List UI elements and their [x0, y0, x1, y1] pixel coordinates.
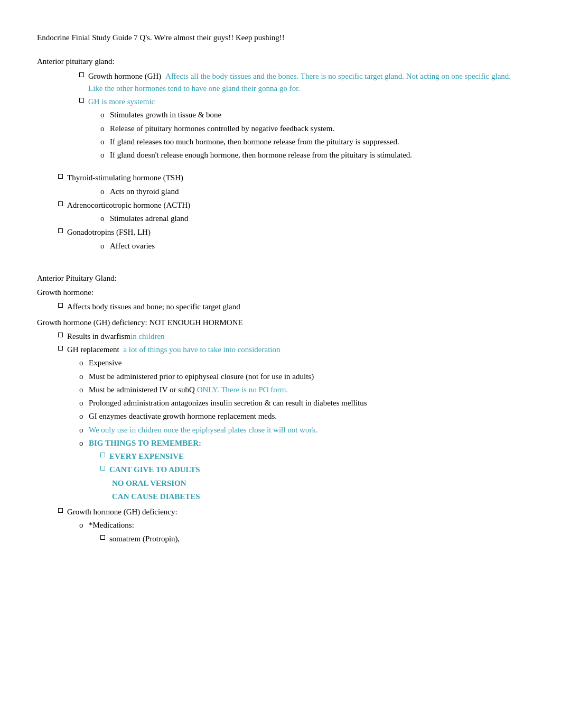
- gh-square-icon: [79, 72, 84, 77]
- growth-hormone-subheading: Growth hormone:: [37, 287, 524, 299]
- subq-teal: ONLY. There is no PO form.: [197, 385, 288, 394]
- gh-systemic-text: GH is more systemic: [88, 96, 155, 108]
- big-sq-1-icon: [100, 453, 105, 457]
- dwarfism-text: Results in dwarfism: [67, 332, 130, 340]
- med-1-square-icon: [100, 535, 105, 540]
- med-1-text: somatrem (Protropin),: [109, 533, 180, 545]
- gonad-square-icon: [58, 228, 63, 233]
- gh-repl-sub-4: o Prolonged administration antagonizes i…: [79, 397, 524, 409]
- gh-repl-sub-6: o We only use in chidren once the epiphy…: [79, 424, 524, 436]
- affects-square-icon: [58, 303, 63, 308]
- gh-repl-sub-3: o Must be administered IV or subQ ONLY. …: [79, 384, 524, 396]
- gh-replacement-teal: a lot of things you have to take into co…: [123, 345, 280, 354]
- dwarfism-square-icon: [58, 333, 63, 337]
- med-1-item: somatrem (Protropin),: [100, 533, 524, 545]
- gh-sub-2: o Release of pituitary hormones controll…: [100, 123, 524, 135]
- doc-title: Endocrine Finial Study Guide 7 Q's. We'r…: [37, 32, 524, 44]
- acth-sub: o Stimulates adrenal gland: [100, 213, 524, 225]
- gh-repl-sub-5: o GI enzymes deactivate growth hormone r…: [79, 410, 524, 422]
- gh-repl-sub-1: o Expensive: [79, 357, 524, 369]
- big-item-2-text: CANT GIVE TO ADULTS: [109, 464, 200, 476]
- big-things-label: BIG THINGS TO REMEMBER:: [89, 437, 201, 449]
- big-item-4: CAN CAUSE DIABETES: [112, 491, 524, 503]
- gh-label: Growth hormone (GH): [88, 72, 161, 80]
- gonad-label: Gonadotropins (FSH, LH): [67, 226, 151, 238]
- gh-bullet-item: Growth hormone (GH) Affects all the body…: [79, 70, 524, 95]
- gh-replacement-square-icon: [58, 346, 63, 351]
- dwarfism-teal: in children: [130, 332, 165, 340]
- section1-heading: Anterior pituitary gland:: [37, 56, 524, 68]
- acth-square-icon: [58, 201, 63, 206]
- acth-label: Adrenocorticotropic hormone (ACTH): [67, 199, 190, 211]
- acth-item: Adrenocorticotropic hormone (ACTH): [58, 199, 524, 211]
- section2-heading: Anterior Pituitary Gland:: [37, 272, 524, 284]
- big-item-1-text: EVERY EXPENSIVE: [109, 450, 184, 463]
- affects-item: Affects body tissues and bone; no specif…: [58, 301, 524, 313]
- big-item-3: NO ORAL VERSION: [112, 477, 524, 490]
- affects-text: Affects body tissues and bone; no specif…: [67, 301, 240, 313]
- gh-sub-bullets: o Stimulates growth in tissue & bone o R…: [100, 109, 524, 161]
- tsh-square-icon: [58, 174, 63, 179]
- dwarfism-item: Results in dwarfismin children: [58, 330, 524, 343]
- tsh-label: Thyroid-stimulating hormone (TSH): [67, 172, 183, 184]
- medications-o-item: o *Medications:: [79, 519, 524, 531]
- gh-sub-3: o If gland releases too much hormone, th…: [100, 136, 524, 148]
- tsh-item: Thyroid-stimulating hormone (TSH): [58, 172, 524, 184]
- gh-replacement-item: GH replacement a lot of things you have …: [58, 344, 524, 356]
- medications-label: *Medications:: [89, 519, 134, 531]
- gh-def2-heading: Growth hormone (GH) deficiency:: [67, 506, 177, 518]
- gh-sub-1: o Stimulates growth in tissue & bone: [100, 109, 524, 121]
- gh-replacement-label: GH replacement: [67, 345, 119, 354]
- big-things-item: o BIG THINGS TO REMEMBER:: [79, 437, 524, 449]
- gh-def2-item: Growth hormone (GH) deficiency:: [58, 506, 524, 518]
- chidren-teal: We only use in chidren once the epiphyse…: [89, 424, 318, 436]
- gh-sub-4: o If gland doesn't release enough hormon…: [100, 149, 524, 161]
- gonad-item: Gonadotropins (FSH, LH): [58, 226, 524, 238]
- gh-deficiency-heading: Growth hormone (GH) deficiency: NOT ENOU…: [37, 317, 524, 329]
- big-things-list: EVERY EXPENSIVE CANT GIVE TO ADULTS NO O…: [100, 450, 524, 503]
- big-item-4-text: CAN CAUSE DIABETES: [112, 491, 200, 503]
- gh-systemic-square-icon: [79, 98, 84, 103]
- tsh-sub: o Acts on thyroid gland: [100, 186, 524, 198]
- gonad-sub: o Affect ovaries: [100, 240, 524, 252]
- gh-repl-sub-2: o Must be administered prior to epiphyse…: [79, 371, 524, 383]
- gh-repl-sub-bullets: o Expensive o Must be administered prior…: [79, 357, 524, 503]
- big-item-3-text: NO ORAL VERSION: [112, 477, 186, 490]
- big-item-1: EVERY EXPENSIVE: [100, 450, 524, 463]
- medications-section: o *Medications: somatrem (Protropin),: [79, 519, 524, 545]
- gh-def2-square-icon: [58, 508, 63, 513]
- big-item-2: CANT GIVE TO ADULTS: [100, 464, 524, 476]
- big-sq-2-icon: [100, 466, 105, 471]
- gh-systemic-item: GH is more systemic: [79, 96, 524, 108]
